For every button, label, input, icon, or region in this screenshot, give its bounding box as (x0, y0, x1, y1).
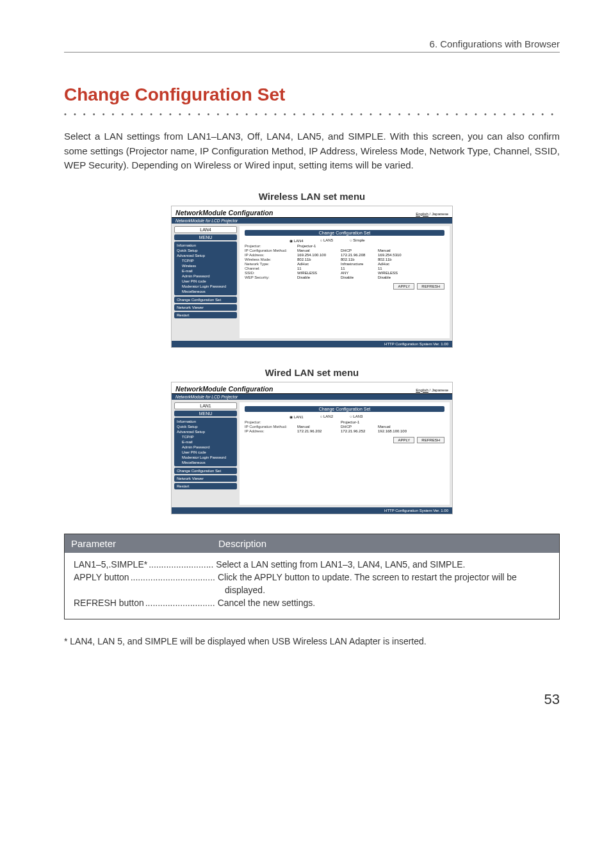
param-desc: Select a LAN setting from LAN1–3, LAN4, … (216, 558, 550, 571)
sidebar-item-user-pin[interactable]: User PIN code (177, 279, 234, 284)
lan-radio-row[interactable]: LAN4 LAN5 Simple (289, 238, 444, 243)
menu-label: MENU (174, 234, 237, 240)
th-description: Description (218, 538, 266, 549)
val: Disable (341, 275, 373, 279)
sidebar-item-network-viewer[interactable]: Network Viewer (174, 475, 237, 482)
lang-english[interactable]: English (416, 388, 428, 392)
panel-footer: HTTP Configuration System Ver. 1.00 (172, 341, 452, 347)
val: DHCP (341, 249, 373, 252)
lbl-ip: IP Address: (245, 253, 292, 257)
sidebar-item-advanced-setup[interactable]: Advanced Setup (177, 253, 234, 258)
refresh-button[interactable]: REFRESH (417, 283, 444, 290)
sidebar-item-user-pin[interactable]: User PIN code (177, 450, 234, 455)
table-row: LAN1–5,.SIMPLE* ........................… (74, 558, 550, 571)
radio-lan1[interactable]: LAN1 (289, 414, 304, 419)
sidebar-item-admin-password[interactable]: Admin Password (177, 274, 234, 279)
table-row: APPLY button ...........................… (74, 571, 550, 584)
page-title: Change Configuration Set (64, 85, 560, 105)
val: 192.168.100.100 (378, 429, 410, 433)
panel-subtitle: NetworkModule for LCD Projector (172, 394, 452, 400)
val: WIRELESS (297, 271, 336, 275)
sidebar-item-information[interactable]: Information (177, 419, 234, 424)
val: Disable (297, 275, 336, 279)
lbl-projector: Projector: (245, 420, 292, 424)
divider (64, 52, 560, 53)
val: Manual (378, 249, 410, 252)
sidebar-item-moderator[interactable]: Moderator Login Password (177, 455, 234, 460)
sidebar-item-advanced-setup[interactable]: Advanced Setup (177, 429, 234, 434)
sidebar-item-network-viewer[interactable]: Network Viewer (174, 304, 237, 311)
caption-wireless: Wireless LAN set menu (64, 191, 560, 202)
sidebar-item-admin-password[interactable]: Admin Password (177, 445, 234, 450)
param-desc: Click the APPLY button to update. The sc… (218, 571, 550, 584)
sidebar-item-restart[interactable]: Restart (174, 312, 237, 318)
dots: .......................... (149, 558, 213, 571)
sidebar-item-wireless[interactable]: Wireless (177, 263, 234, 268)
page-number: 53 (64, 691, 560, 708)
val: 802.11b (378, 258, 410, 261)
val: Projector-1 (297, 244, 336, 248)
sidebar-item-misc[interactable]: Miscellaneous (177, 289, 234, 294)
radio-lan4[interactable]: LAN4 (289, 238, 304, 243)
lbl-projector: Projector: (245, 244, 292, 248)
apply-button[interactable]: APPLY (393, 437, 414, 443)
val (341, 244, 373, 248)
lang-switch[interactable]: English / Japanese (416, 212, 448, 216)
apply-button[interactable]: APPLY (393, 283, 414, 290)
val: ANY (341, 271, 373, 275)
radio-lan2[interactable]: LAN2 (320, 414, 333, 419)
config-grid: Projector:Projector-1 IP Configuration M… (245, 244, 444, 279)
val: Infrastructure (341, 262, 373, 266)
th-parameter: Parameter (71, 538, 218, 549)
sidebar-item-restart[interactable]: Restart (174, 483, 237, 489)
sidebar-item-change-config[interactable]: Change Configuration Set (174, 297, 237, 303)
val: 11 (297, 266, 336, 270)
sidebar-item-email[interactable]: E-mail (177, 439, 234, 445)
radio-lan5[interactable]: LAN5 (320, 238, 333, 243)
sidebar-item-quick-setup[interactable]: Quick Setup (177, 248, 234, 253)
refresh-button[interactable]: REFRESH (417, 437, 444, 443)
val (378, 244, 410, 248)
lan-badge: LAN4 (174, 226, 237, 233)
param-desc-cont: displayed. (74, 584, 550, 596)
wireless-panel: NetworkModule Configuration English / Ja… (171, 206, 453, 348)
panel-subtitle: NetworkModule for LCD Projector (172, 218, 452, 224)
panel-title: NetworkModule Configuration (175, 385, 273, 393)
wired-panel: NetworkModule Configuration English / Ja… (171, 382, 453, 514)
panel-title: NetworkModule Configuration (175, 209, 273, 217)
radio-lan3[interactable]: LAN3 (350, 414, 363, 419)
val: Projector-1 (341, 420, 373, 424)
lbl-wmode: Wireless Mode: (245, 258, 292, 261)
lang-japanese[interactable]: Japanese (432, 212, 448, 216)
sidebar-item-quick-setup[interactable]: Quick Setup (177, 424, 234, 429)
sidebar-item-tcpip[interactable]: TCP/IP (177, 258, 234, 263)
sidebar-item-information[interactable]: Information (177, 243, 234, 248)
radio-simple[interactable]: Simple (350, 238, 365, 243)
param-desc: Cancel the new settings. (218, 596, 550, 609)
sidebar-item-email[interactable]: E-mail (177, 268, 234, 274)
ccs-heading: Change Configuration Set (245, 230, 444, 236)
sidebar-item-moderator[interactable]: Moderator Login Password (177, 284, 234, 289)
val: Manual (297, 249, 336, 252)
lbl-channel: Channel: (245, 266, 292, 270)
lang-japanese[interactable]: Japanese (432, 388, 448, 392)
lang-switch[interactable]: English / Japanese (416, 388, 448, 392)
panel-footer: HTTP Configuration System Ver. 1.00 (172, 507, 452, 514)
caption-wired: Wired LAN set menu (64, 367, 560, 378)
sidebar-item-misc[interactable]: Miscellaneous (177, 460, 234, 465)
sidebar: LAN1 MENU Information Quick Setup Advanc… (172, 400, 240, 507)
val: Manual (297, 425, 336, 429)
lang-english[interactable]: English (416, 212, 428, 216)
ccs-heading: Change Configuration Set (245, 406, 444, 412)
val (378, 420, 410, 424)
val: 11 (378, 266, 410, 270)
lan-radio-row[interactable]: LAN1 LAN2 LAN3 (289, 414, 444, 419)
lbl-ip: IP Address: (245, 429, 292, 433)
config-grid: Projector:Projector-1 IP Configuration M… (245, 420, 444, 433)
val: 802.11b (297, 258, 336, 261)
intro-paragraph: Select a LAN settings from LAN1–LAN3, Of… (64, 129, 560, 173)
sidebar-item-tcpip[interactable]: TCP/IP (177, 434, 234, 439)
sidebar-item-change-config[interactable]: Change Configuration Set (174, 468, 237, 474)
menu-label: MENU (174, 411, 237, 416)
lan-badge: LAN1 (174, 402, 237, 409)
